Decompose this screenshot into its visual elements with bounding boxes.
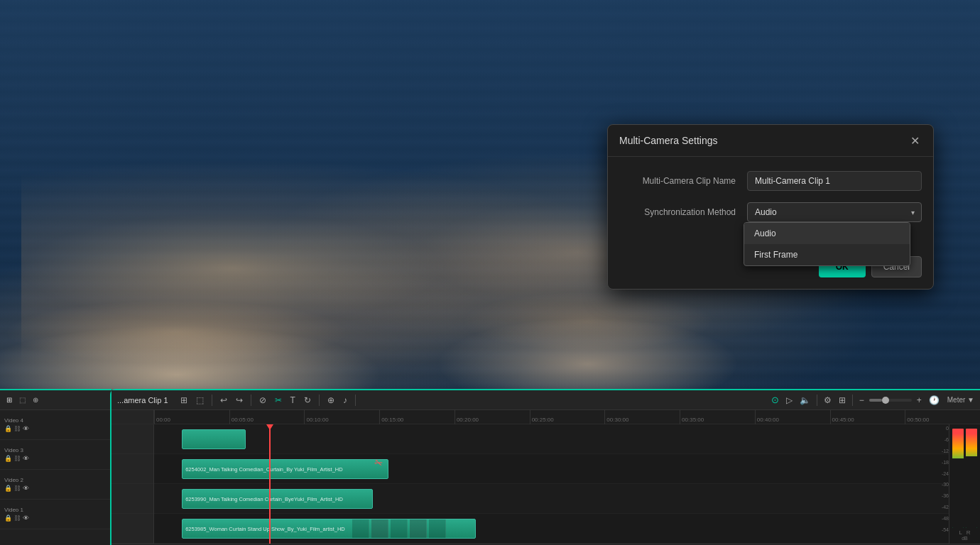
sync-method-select-wrapper: Audio First Frame ▾ [747, 202, 922, 222]
multicam-settings-dialog: Multi-Camera Settings ✕ Multi-Camera Cli… [607, 124, 934, 290]
sync-method-field: Synchronization Method Audio First Frame… [619, 202, 922, 222]
clip-name-label: Multi-Camera Clip Name [619, 176, 747, 186]
clip-name-field: Multi-Camera Clip Name [619, 171, 922, 191]
dialog-close-button[interactable]: ✕ [908, 133, 922, 148]
sync-method-label: Synchronization Method [619, 207, 747, 217]
dropdown-item-audio[interactable]: Audio [744, 223, 910, 244]
dialog-body: Multi-Camera Clip Name Synchronization M… [608, 157, 933, 245]
dialog-title-bar: Multi-Camera Settings ✕ [608, 125, 933, 157]
dialog-overlay: Multi-Camera Settings ✕ Multi-Camera Cli… [0, 0, 980, 545]
sync-method-select[interactable]: Audio First Frame [747, 202, 922, 222]
dropdown-item-first-frame[interactable]: First Frame [744, 244, 910, 265]
sync-method-dropdown: Audio First Frame [744, 222, 910, 266]
clip-name-input[interactable] [747, 171, 922, 191]
dialog-title: Multi-Camera Settings [619, 135, 718, 146]
